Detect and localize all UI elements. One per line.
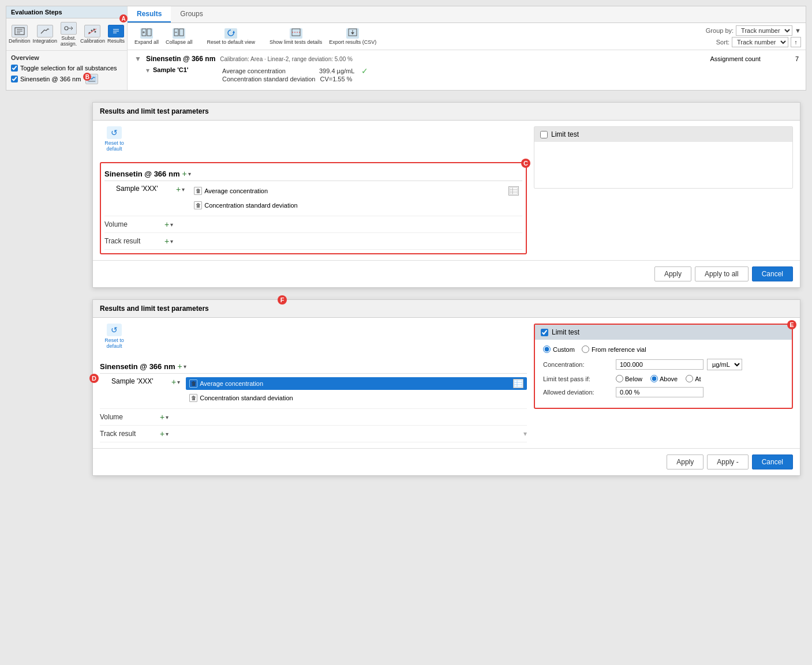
plus-icon: +: [182, 169, 186, 178]
table-icon2[interactable]: [513, 379, 523, 388]
step-subst-assign[interactable]: Subst. assign.: [59, 22, 78, 47]
step-calibration[interactable]: Calibration: [80, 25, 105, 44]
reset-to-default-btn[interactable]: ↺ Reset todefault: [100, 126, 129, 152]
reset-default-btn[interactable]: Reset to default view: [205, 27, 258, 46]
volume-add-btn[interactable]: + ▾: [164, 220, 173, 229]
avg-conc-item2[interactable]: 🗑 Average concentration: [186, 377, 527, 390]
limit-test-label2: Limit test: [552, 328, 579, 336]
step-results[interactable]: Results: [107, 25, 125, 44]
dialog2-footer: Apply Apply - Cancel: [93, 448, 800, 475]
calibration-icon[interactable]: [84, 25, 100, 37]
group-by-arrow: ▼: [795, 27, 801, 34]
custom-radio[interactable]: [543, 345, 551, 353]
subst-assign-icon[interactable]: [61, 22, 77, 35]
sort-select[interactable]: Track number: [732, 37, 788, 47]
std-dev-value: CV=1.55 %: [320, 76, 352, 82]
volume-add-btn2[interactable]: + ▾: [160, 412, 169, 422]
plus-icon2: +: [176, 185, 181, 194]
toolbar-left: Expand all Collapse all Reset to default…: [132, 27, 379, 46]
show-limit-btn[interactable]: Show limit tests details: [267, 27, 324, 46]
allowed-dev-row: Allowed deviation:: [543, 387, 784, 397]
at-radio-label[interactable]: At: [686, 375, 701, 382]
group-by-select[interactable]: Track number: [736, 25, 792, 36]
dialog1-header: Results and limit test parameters: [93, 103, 800, 121]
concentration-unit-select[interactable]: µg/mL: [707, 359, 742, 370]
trash-icon2[interactable]: 🗑: [194, 201, 202, 209]
dialog1-cancel-btn[interactable]: Cancel: [752, 266, 793, 281]
label-e: E: [787, 320, 796, 329]
track-add-btn2[interactable]: + ▾: [160, 429, 169, 438]
volume-label: Volume: [104, 220, 162, 228]
std-dev-label: Concentration standard deviation: [222, 76, 315, 82]
toggle-all-checkbox[interactable]: [11, 65, 18, 72]
tab-bar: Results Groups: [128, 6, 806, 23]
dialog2-body: ↺ Reset todefault Sinensetin @ 366 nm + …: [93, 318, 800, 448]
limit-test-label1: Limit test: [551, 130, 579, 138]
limit-test-empty1: [534, 142, 792, 188]
limit-pass-options: Below Above At: [616, 375, 701, 382]
trash-icon1[interactable]: 🗑: [194, 187, 202, 195]
custom-radio-label[interactable]: Custom: [543, 345, 575, 353]
sort-direction-btn[interactable]: ↑: [791, 37, 801, 47]
dialog2-apply-btn[interactable]: Apply: [667, 454, 704, 469]
limit-test-checkbox1[interactable]: [540, 131, 548, 138]
dialog2-apply-all-btn[interactable]: Apply -: [707, 454, 748, 469]
custom-label: Custom: [553, 346, 575, 353]
avg-conc-row: Average concentration 399.4 µg/mL ✓: [222, 66, 368, 76]
sidebar-title: Evaluation Steps: [11, 9, 62, 16]
at-radio[interactable]: [686, 375, 693, 382]
label-f-outer: F: [278, 295, 287, 305]
from-ref-radio-label[interactable]: From reference vial: [582, 345, 646, 353]
below-radio[interactable]: [616, 375, 623, 382]
definition-icon[interactable]: [12, 25, 28, 37]
substance-checkbox[interactable]: [11, 76, 18, 82]
dialog1-apply-btn[interactable]: Apply: [654, 266, 691, 281]
trash-icon4[interactable]: 🗑: [189, 394, 197, 402]
concentration-input[interactable]: [616, 359, 704, 370]
track-add-btn[interactable]: + ▾: [164, 236, 173, 246]
reset-to-default-btn2[interactable]: ↺ Reset todefault: [100, 324, 129, 349]
std-dev-item2: 🗑 Concentration standard deviation: [186, 392, 527, 404]
dialog2-cancel-btn[interactable]: Cancel: [752, 454, 793, 469]
sample-toggle-btn[interactable]: ▾: [146, 66, 149, 74]
param-volume-row2: Volume + ▾: [100, 409, 527, 426]
limit-pass-label: Limit test pass if:: [543, 375, 612, 382]
sort-row: Sort: Track number ↑: [716, 37, 801, 47]
substance-add-btn2[interactable]: + ▾: [177, 362, 186, 371]
group-by-row: Group by: Track number ▼: [706, 25, 801, 36]
collapse-all-btn[interactable]: Collapse all: [163, 27, 195, 46]
below-radio-label[interactable]: Below: [616, 375, 642, 382]
arrow-icon4: ▾: [170, 238, 173, 245]
export-csv-label: Export results (CSV): [329, 39, 376, 45]
export-csv-btn[interactable]: Export results (CSV): [327, 27, 379, 46]
main-content: Results Groups Expand all Collapse all: [128, 6, 806, 90]
allowed-dev-input[interactable]: [616, 387, 704, 397]
top-panel: Evaluation Steps Definition Integration …: [6, 6, 806, 91]
results-icon[interactable]: [108, 25, 124, 37]
label-c: C: [521, 159, 530, 168]
integration-icon[interactable]: [37, 25, 53, 37]
substance-add-btn[interactable]: + ▾: [182, 169, 190, 178]
above-label: Above: [660, 375, 678, 382]
dialog1-apply-all-btn[interactable]: Apply to all: [695, 266, 749, 281]
sample-add-btn[interactable]: + ▾: [176, 185, 185, 194]
calibration-label: Calibration: [80, 38, 105, 44]
step-integration[interactable]: Integration: [33, 25, 58, 44]
limit-test-panel2: Limit test Custom From reference vial: [535, 325, 792, 408]
trash-icon3[interactable]: 🗑: [189, 380, 197, 388]
substance-collapse-btn[interactable]: ▼: [134, 55, 141, 63]
limit-test-checkbox2[interactable]: [541, 329, 548, 336]
top-right-area: Group by: Track number ▼ Sort: Track num…: [706, 25, 801, 47]
toggle-all-label: Toggle selection for all substances: [20, 65, 117, 72]
step-definition[interactable]: Definition: [9, 25, 31, 44]
above-radio[interactable]: [650, 375, 658, 382]
table-icon1[interactable]: [508, 186, 519, 196]
from-ref-radio[interactable]: [582, 345, 589, 353]
tab-groups[interactable]: Groups: [171, 6, 212, 22]
expand-all-btn[interactable]: Expand all: [132, 27, 161, 46]
tab-results[interactable]: Results: [128, 6, 171, 22]
sample-add-btn2[interactable]: + ▾: [171, 377, 180, 386]
show-limit-label: Show limit tests details: [270, 39, 322, 45]
param-track-row: Track result + ▾: [104, 233, 522, 250]
above-radio-label[interactable]: Above: [650, 375, 678, 382]
